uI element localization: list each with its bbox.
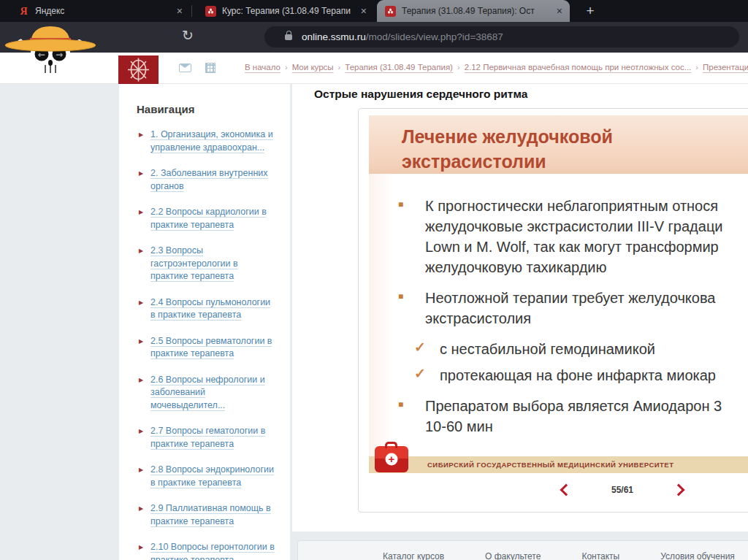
lock-icon — [285, 34, 292, 40]
sidebar-title: Навигация — [137, 103, 290, 115]
breadcrumb-course[interactable]: Терапия (31.08.49 Терапия) — [345, 63, 453, 72]
reload-button[interactable]: ↻ — [182, 27, 194, 43]
breadcrumb-home[interactable]: В начало — [245, 63, 280, 72]
tab-close-icon[interactable]: × — [361, 6, 367, 16]
sidebar-link[interactable]: 2.2 Вопросы кардиологии в практике терап… — [150, 206, 267, 231]
previous-slide-button[interactable] — [560, 484, 573, 496]
breadcrumb-presentation[interactable]: Презентация — [703, 63, 748, 72]
triangle-bullet-icon: ▶ — [139, 464, 150, 489]
triangle-bullet-icon: ▶ — [139, 296, 150, 322]
first-aid-kit-icon — [375, 446, 408, 472]
sidebar-item-2-5[interactable]: ▶ 2.5 Вопросы ревматологии в практике те… — [139, 335, 290, 361]
breadcrumb-my-courses[interactable]: Мои курсы — [292, 63, 334, 72]
browser-toolbar: ↻ online.ssmu.ru/mod/slides/view.php?id=… — [0, 22, 748, 53]
ssmu-logo[interactable] — [118, 55, 159, 84]
page-title: Острые нарушения сердечного ритма — [314, 88, 527, 101]
sidebar-item-1[interactable]: ▶ 1. Организация, экономика и управление… — [139, 129, 290, 154]
ssmu-favicon-icon — [385, 6, 396, 17]
sidebar-item-2[interactable]: ▶ 2. Заболевания внутренних органов — [139, 167, 290, 193]
slide-bullet: ■ К прогностически неблагоприятным относ… — [369, 196, 748, 277]
square-bullet-icon: ■ — [398, 288, 425, 329]
browser-tab-course[interactable]: Курс: Терапия (31.08.49 Терапи × — [197, 0, 374, 22]
triangle-bullet-icon: ▶ — [139, 245, 150, 283]
footer-link-contacts[interactable]: Контакты — [581, 551, 619, 560]
breadcrumb-section[interactable]: 2.12 Первичная врачебная помощь при неот… — [465, 63, 692, 72]
tab-title: Терапия (31.08.49 Терапия): Ост — [402, 6, 551, 16]
bullet-text: Неотложной терапии требует желудочкова э… — [425, 288, 715, 329]
yandex-favicon-icon: Я — [18, 6, 29, 17]
tab-separator — [191, 5, 192, 17]
sidebar-link[interactable]: 2.7 Вопросы гематологии в практике терап… — [150, 425, 265, 450]
browser-tab-bar: Я Яндекс × Курс: Терапия (31.08.49 Терап… — [0, 0, 748, 22]
footer-link-about-faculty[interactable]: О факультете — [485, 551, 541, 560]
sidebar-link[interactable]: 2.8 Вопросы эндокринологии в практике те… — [150, 464, 274, 489]
navigation-sidebar: Навигация ▶ 1. Организация, экономика и … — [119, 84, 290, 560]
triangle-bullet-icon: ▶ — [139, 541, 150, 560]
sidebar-link[interactable]: 2.9 Паллиативная помощь в практике терап… — [150, 502, 271, 528]
slide-check-item: ✓ протекающая на фоне инфаркта миокар — [369, 365, 748, 386]
sidebar-item-2-3[interactable]: ▶ 2.3 Вопросы гастроэнтерологии в практи… — [139, 245, 290, 283]
url-path: /mod/slides/view.php?id=38687 — [366, 31, 503, 42]
breadcrumb-separator: › — [695, 63, 698, 72]
breadcrumb-separator: › — [285, 63, 288, 72]
ssmu-favicon-icon — [205, 6, 216, 17]
sidebar-item-2-10[interactable]: ▶ 2.10 Вопросы геронтологии в практике т… — [139, 541, 290, 560]
square-bullet-icon: ■ — [398, 396, 425, 437]
university-banner-text: СИБИРСКИЙ ГОСУДАРСТВЕННЫЙ МЕДИЦИНСКИЙ УН… — [427, 461, 674, 469]
breadcrumb-separator: › — [457, 63, 460, 72]
sidebar-item-2-2[interactable]: ▶ 2.2 Вопросы кардиологии в практике тер… — [139, 206, 290, 231]
check-text: протекающая на фоне инфаркта миокар — [440, 365, 716, 386]
bullet-text: Препаратом выбора является Амиодарон 3 1… — [425, 396, 722, 437]
slide-title: Лечение желудочковой экстрасистолии — [369, 115, 748, 174]
site-header: В начало›Мои курсы›Терапия (31.08.49 Тер… — [0, 53, 748, 84]
sidebar-link[interactable]: 2.5 Вопросы ревматологии в практике тера… — [150, 335, 272, 361]
tab-title: Курс: Терапия (31.08.49 Терапи — [222, 6, 355, 16]
page-content: Навигация ▶ 1. Организация, экономика и … — [0, 84, 748, 560]
tab-close-icon[interactable]: × — [557, 6, 562, 16]
footer-link-course-catalog[interactable]: Каталог курсов — [383, 551, 444, 560]
address-bar[interactable]: online.ssmu.ru/mod/slides/view.php?id=38… — [264, 26, 739, 47]
footer-links: Каталог курсов О факультете Контакты Усл… — [298, 541, 748, 560]
new-tab-button[interactable]: + — [580, 2, 600, 20]
check-icon: ✓ — [414, 365, 440, 386]
slide-check-item: ✓ с нестабильной гемодинамикой — [369, 339, 748, 360]
ssmu-emblem-icon — [118, 55, 159, 84]
slide-bullet: ■ Неотложной терапии требует желудочкова… — [369, 288, 748, 329]
triangle-bullet-icon: ▶ — [139, 335, 150, 361]
triangle-bullet-icon: ▶ — [139, 374, 150, 413]
sidebar-item-2-8[interactable]: ▶ 2.8 Вопросы эндокринологии в практике … — [139, 464, 290, 489]
breadcrumb: В начало›Мои курсы›Терапия (31.08.49 Тер… — [245, 63, 748, 76]
sidebar-item-2-6[interactable]: ▶ 2.6 Вопросы нефрологии и заболеваний м… — [139, 374, 290, 413]
tab-close-icon[interactable]: × — [177, 6, 183, 16]
messages-icon[interactable] — [179, 64, 191, 72]
sidebar-link[interactable]: 2.10 Вопросы геронтологии в практике тер… — [150, 541, 275, 560]
apps-grid-icon[interactable] — [205, 63, 215, 73]
university-banner: СИБИРСКИЙ ГОСУДАРСТВЕННЫЙ МЕДИЦИНСКИЙ УН… — [369, 456, 748, 473]
sidebar-link[interactable]: 2.4 Вопросы пульмонологии в практике тер… — [150, 296, 270, 322]
tab-title: Яндекс — [35, 6, 171, 16]
next-slide-button[interactable] — [673, 484, 685, 496]
sidebar-item-2-9[interactable]: ▶ 2.9 Паллиативная помощь в практике тер… — [139, 502, 290, 528]
breadcrumb-separator: › — [338, 63, 341, 72]
sidebar-item-2-4[interactable]: ▶ 2.4 Вопросы пульмонологии в практике т… — [139, 296, 290, 322]
triangle-bullet-icon: ▶ — [139, 206, 150, 231]
sidebar-item-2-7[interactable]: ▶ 2.7 Вопросы гематологии в практике тер… — [139, 425, 290, 450]
footer-link-study-terms[interactable]: Условия обучения — [660, 551, 735, 560]
triangle-bullet-icon: ▶ — [139, 129, 150, 154]
triangle-bullet-icon: ▶ — [139, 167, 150, 193]
url-domain: online.ssmu.ru — [302, 31, 366, 42]
check-icon: ✓ — [414, 339, 440, 360]
slide-viewer: Лечение желудочковой экстрасистолии ■ К … — [358, 108, 748, 513]
sidebar-link[interactable]: 2.3 Вопросы гастроэнтерологии в практике… — [150, 245, 238, 283]
slide-bullet: ■ Препаратом выбора является Амиодарон 3… — [369, 396, 748, 437]
slide-pager: 55/61 — [562, 482, 683, 498]
main-content-card: Острые нарушения сердечного ритма Лечени… — [292, 84, 748, 532]
page-footer: Каталог курсов О факультете Контакты Усл… — [297, 540, 748, 560]
slide-header: Лечение желудочковой экстрасистолии — [369, 115, 748, 174]
presentation-slide: Лечение желудочковой экстрасистолии ■ К … — [369, 115, 748, 473]
slide-page-indicator: 55/61 — [611, 485, 633, 495]
sidebar-link[interactable]: 2.6 Вопросы нефрологии и заболеваний моч… — [150, 374, 265, 413]
sidebar-link[interactable]: 2. Заболевания внутренних органов — [150, 167, 268, 193]
browser-tab-active-presentation[interactable]: Терапия (31.08.49 Терапия): Ост × — [377, 0, 570, 22]
sidebar-link[interactable]: 1. Организация, экономика и управление з… — [150, 129, 273, 154]
